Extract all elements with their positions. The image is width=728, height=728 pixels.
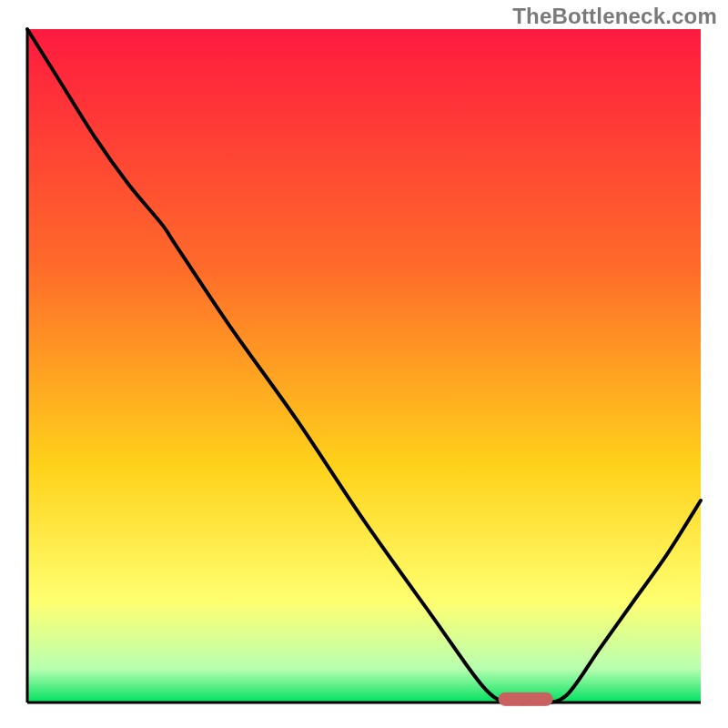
plot-background xyxy=(27,29,701,703)
bottleneck-chart xyxy=(0,0,728,728)
watermark-text: TheBottleneck.com xyxy=(512,4,717,29)
optimal-marker xyxy=(499,693,552,705)
chart-container: TheBottleneck.com xyxy=(0,0,728,728)
